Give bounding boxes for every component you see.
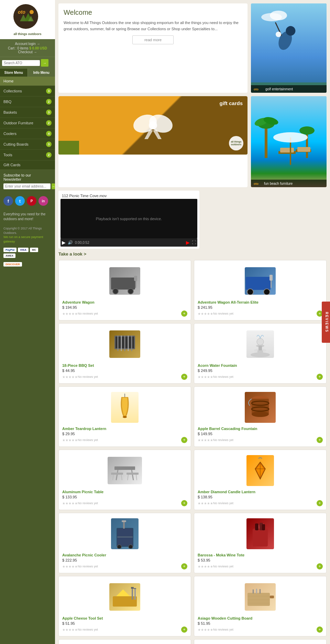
- product-price: $ 51.95: [198, 621, 323, 625]
- play-button[interactable]: ▶: [62, 240, 66, 245]
- product-image-area: [62, 264, 187, 298]
- add-to-cart-button[interactable]: +: [317, 563, 323, 569]
- product-card: Beach Umbrella with Carry Bag $ 41.95 ★★…: [58, 639, 191, 644]
- product-card: Apple Barrel Cascading Fountain $ 149.95…: [194, 386, 327, 447]
- cart-label: Cart : 0 items: [8, 46, 28, 50]
- cutting-board-svg: [246, 586, 275, 608]
- mastercard-icon: MC: [30, 248, 38, 252]
- add-to-cart-button[interactable]: +: [181, 563, 187, 569]
- add-to-cart-button[interactable]: +: [181, 437, 187, 443]
- svg-rect-81: [123, 521, 125, 529]
- product-price: $ 44.95: [62, 369, 187, 373]
- product-footer: ★★★★★ No reviews yet +: [198, 626, 323, 633]
- nav-tools-label: Tools: [3, 153, 12, 157]
- product-image: [111, 392, 139, 423]
- nav-item-outdoor-furniture[interactable]: Outdoor Furniture 2: [0, 118, 55, 128]
- copyright: Copyright © 2017 All Things Outdoors. We…: [0, 224, 55, 246]
- product-price: $ 138.95: [198, 495, 323, 499]
- newsletter-area: Subscribe to our Newsletter →: [0, 170, 55, 193]
- product-image-area: [62, 517, 187, 551]
- youtube-icon[interactable]: ▶: [186, 240, 190, 245]
- twitter-icon[interactable]: t: [15, 196, 25, 206]
- search-button[interactable]: →: [41, 59, 48, 67]
- golf-image[interactable]: oto golf entertainment: [251, 3, 327, 93]
- product-name[interactable]: 18-Piece BBQ Set: [62, 363, 187, 368]
- svg-point-0: [13, 4, 38, 29]
- product-footer: ★★★★★ No reviews yet +: [198, 437, 323, 443]
- nav-tools-badge: 2: [46, 152, 52, 158]
- product-name[interactable]: Barossa - Moka Wine Tote: [198, 553, 323, 557]
- product-name[interactable]: Aluminum Picnic Table: [62, 490, 187, 494]
- pinterest-icon[interactable]: P: [27, 196, 36, 206]
- product-card: 18-Piece BBQ Set $ 44.95 ★★★★★ No review…: [58, 323, 191, 384]
- add-to-cart-button[interactable]: +: [317, 374, 323, 380]
- no-reviews: No reviews yet: [213, 375, 233, 379]
- product-stars: ★★★★★: [198, 312, 213, 316]
- add-to-cart-button[interactable]: +: [317, 626, 323, 633]
- svg-rect-84: [253, 529, 268, 546]
- payment-gateway-link[interactable]: We run on a secure payment gateway: [3, 235, 43, 243]
- nav-baskets-badge: 3: [46, 110, 52, 115]
- product-name[interactable]: Asiago Wooden Cutting Board: [198, 616, 323, 620]
- facebook-icon[interactable]: f: [3, 196, 13, 206]
- add-to-cart-button[interactable]: +: [317, 500, 323, 506]
- add-to-cart-button[interactable]: +: [317, 437, 323, 443]
- product-name[interactable]: Adventure Wagon: [62, 300, 187, 304]
- info-menu-tab[interactable]: Info Menu: [28, 69, 55, 77]
- svg-text:golf entertainment: golf entertainment: [265, 87, 293, 91]
- nav-item-collections[interactable]: Collections 3: [0, 86, 55, 97]
- nav-item-gift-cards[interactable]: Gift Cards: [0, 160, 55, 170]
- svg-marker-89: [116, 589, 130, 596]
- product-name[interactable]: Amber Teardrop Lantern: [62, 427, 187, 431]
- gift-cards-label: gift cards: [219, 100, 243, 106]
- checkout-link[interactable]: Checkout →: [3, 50, 52, 54]
- nav-item-baskets[interactable]: Baskets 3: [0, 107, 55, 118]
- product-name[interactable]: Adventure Wagon All-Terrain Elite: [198, 300, 323, 304]
- search-input[interactable]: [2, 60, 40, 66]
- nav-item-tools[interactable]: Tools 2: [0, 150, 55, 160]
- gift-cards-box[interactable]: gift cards all t: [58, 96, 248, 187]
- product-name[interactable]: Apple Barrel Cascading Fountain: [198, 427, 323, 431]
- svg-point-8: [270, 11, 287, 20]
- product-image-area: [198, 580, 323, 614]
- mid-section: gift cards all t: [58, 96, 327, 187]
- volume-icon[interactable]: 🔊: [68, 240, 73, 245]
- read-more-button[interactable]: read more: [132, 35, 174, 44]
- product-price: $ 51.95: [62, 621, 187, 625]
- product-image-area: [198, 264, 323, 298]
- product-price: $ 29.95: [62, 432, 187, 436]
- add-to-cart-button[interactable]: +: [181, 626, 187, 633]
- nav-item-bbq[interactable]: BBQ 2: [0, 97, 55, 107]
- nav-collections-label: Collections: [3, 89, 22, 93]
- product-name[interactable]: Avalanche Picnic Cooler: [62, 553, 187, 557]
- add-to-cart-button[interactable]: +: [181, 310, 187, 317]
- product-stars: ★★★★★: [198, 375, 213, 379]
- product-footer: ★★★★★ No reviews yet +: [198, 310, 323, 317]
- amex-icon: AMEX: [3, 253, 15, 258]
- instagram-icon[interactable]: in: [38, 196, 48, 206]
- product-name[interactable]: Acorn Water Fountain: [198, 363, 323, 368]
- beach-image[interactable]: oto fun beach furniture: [251, 96, 327, 187]
- product-name[interactable]: Amber Diamond Candle Lantern: [198, 490, 323, 494]
- store-menu-tab[interactable]: Store Menu: [0, 69, 28, 77]
- golf-scene-svg: oto golf entertainment: [251, 3, 327, 93]
- fullscreen-icon[interactable]: ⛶: [192, 240, 196, 245]
- nav-item-home[interactable]: Home: [0, 77, 55, 86]
- newsletter-submit[interactable]: →: [52, 183, 55, 189]
- nav-item-coolers[interactable]: Coolers 4: [0, 128, 55, 139]
- barrel-svg: [248, 394, 272, 421]
- newsletter-input[interactable]: [3, 183, 51, 189]
- take-look-link[interactable]: Take a look >: [58, 251, 86, 257]
- account-login[interactable]: Account login →: [3, 42, 52, 46]
- reviews-tab[interactable]: REVIEWS: [322, 301, 330, 342]
- nav-outdoor-furniture-badge: 2: [46, 120, 52, 126]
- lantern-svg: [116, 394, 133, 421]
- product-stars: ★★★★★: [62, 501, 78, 505]
- nav-item-cutting-boards[interactable]: Cutting Boards 3: [0, 139, 55, 150]
- svg-point-79: [117, 545, 121, 549]
- discover-icon: DISCOVER: [3, 262, 22, 267]
- product-name[interactable]: Apple Cheese Tool Set: [62, 616, 187, 620]
- add-to-cart-button[interactable]: +: [181, 374, 187, 380]
- product-footer: ★★★★★ No reviews yet +: [62, 374, 187, 380]
- add-to-cart-button[interactable]: +: [181, 500, 187, 506]
